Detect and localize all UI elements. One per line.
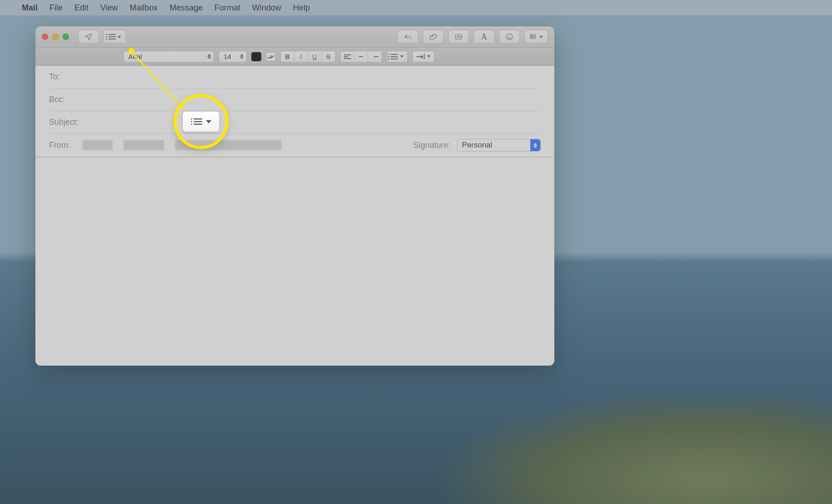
svg-rect-0 (455, 34, 462, 39)
paperclip-icon (429, 33, 437, 41)
font-family-value: Arial (128, 53, 142, 60)
bold-button[interactable]: B (281, 51, 294, 62)
message-body[interactable] (35, 158, 554, 366)
background-color-swatch[interactable]: a (266, 52, 276, 61)
menu-view[interactable]: View (100, 3, 118, 13)
align-center-button[interactable] (354, 51, 368, 62)
from-label: From: (49, 141, 76, 150)
window-traffic-lights (42, 34, 69, 40)
macos-menubar: Mail File Edit View Mailbox Message Form… (0, 0, 832, 15)
mail-compose-window: A Arial 14 a B I U S (35, 26, 554, 366)
format-a-icon: A (481, 32, 487, 42)
alignment-group (340, 51, 382, 63)
menu-edit[interactable]: Edit (74, 3, 88, 13)
svg-point-3 (510, 36, 511, 37)
bcc-field[interactable] (92, 95, 541, 104)
smiley-icon (505, 33, 514, 41)
svg-point-9 (191, 118, 192, 120)
close-button[interactable] (42, 34, 48, 40)
svg-point-10 (191, 121, 192, 122)
redacted-text (123, 140, 164, 150)
updown-icon (207, 54, 211, 59)
signature-select[interactable]: Personal (457, 139, 541, 152)
emoji-button[interactable] (499, 30, 520, 44)
menu-mailbox[interactable]: Mailbox (130, 3, 158, 13)
show-format-bar-button[interactable]: A (474, 30, 494, 44)
svg-point-1 (506, 34, 513, 40)
list-icon (191, 117, 203, 126)
svg-point-2 (508, 36, 509, 37)
redacted-text (83, 140, 113, 150)
chevron-down-icon (117, 36, 121, 38)
strikethrough-button[interactable]: S (322, 51, 335, 62)
list-icon (108, 34, 116, 39)
paper-plane-icon (84, 33, 93, 41)
subject-field[interactable] (92, 117, 541, 127)
from-row: From: Signature: Personal (49, 134, 541, 157)
indent-button[interactable] (413, 51, 434, 62)
window-titlebar: A (35, 26, 554, 48)
photo-icon (529, 33, 538, 41)
align-right-icon (371, 54, 378, 59)
chevron-down-icon (539, 36, 543, 38)
zoom-button[interactable] (63, 34, 69, 40)
font-family-select[interactable]: Arial (123, 51, 214, 63)
signature-label: Signature: (413, 141, 450, 150)
menu-message[interactable]: Message (170, 3, 203, 13)
format-bar: Arial 14 a B I U S (35, 48, 554, 66)
font-size-select[interactable]: 14 (219, 51, 247, 63)
photo-browser-button[interactable] (524, 30, 548, 44)
chevron-down-icon (400, 55, 404, 58)
attach-button[interactable] (423, 30, 444, 44)
list-icon (391, 54, 398, 59)
to-field[interactable] (92, 72, 541, 82)
send-button[interactable] (78, 30, 99, 44)
bcc-row: Bcc: (49, 88, 541, 111)
list-style-button[interactable] (387, 51, 407, 62)
signature-area: Signature: Personal (413, 139, 541, 152)
signature-value: Personal (462, 141, 492, 150)
indent-icon (416, 54, 425, 59)
indent-group (412, 51, 435, 63)
header-fields-button-enlarged[interactable] (182, 111, 220, 132)
reply-icon (404, 33, 412, 41)
updown-icon (240, 54, 244, 59)
subject-row: Subject: (49, 111, 541, 134)
align-center-icon (357, 54, 365, 59)
menu-help[interactable]: Help (293, 3, 310, 13)
list-style-group (387, 51, 408, 63)
align-left-icon (344, 54, 351, 59)
markup-icon (455, 33, 463, 41)
align-right-button[interactable] (368, 51, 382, 62)
redacted-text (175, 140, 281, 150)
chevron-down-icon (206, 120, 211, 123)
subject-label: Subject: (49, 117, 85, 127)
markup-button[interactable] (448, 30, 469, 44)
font-size-value: 14 (224, 53, 231, 60)
to-label: To: (49, 72, 85, 82)
minimize-button[interactable] (52, 34, 59, 40)
align-left-button[interactable] (341, 51, 354, 62)
menu-file[interactable]: File (49, 3, 63, 13)
bcc-label: Bcc: (49, 95, 85, 104)
app-menu[interactable]: Mail (22, 3, 38, 13)
updown-icon (530, 139, 540, 151)
italic-button[interactable]: I (294, 51, 308, 62)
menu-format[interactable]: Format (215, 3, 240, 13)
text-style-group: B I U S (280, 51, 336, 63)
to-row: To: (49, 66, 541, 88)
chevron-down-icon (427, 55, 431, 58)
underline-button[interactable]: U (308, 51, 322, 62)
header-fields-button[interactable] (103, 30, 126, 44)
message-headers: To: Bcc: Subject: From: Signature: Perso… (35, 66, 554, 157)
menu-window[interactable]: Window (252, 3, 281, 13)
text-color-swatch[interactable] (251, 52, 261, 61)
reply-button[interactable] (397, 30, 418, 44)
svg-point-11 (191, 123, 192, 125)
